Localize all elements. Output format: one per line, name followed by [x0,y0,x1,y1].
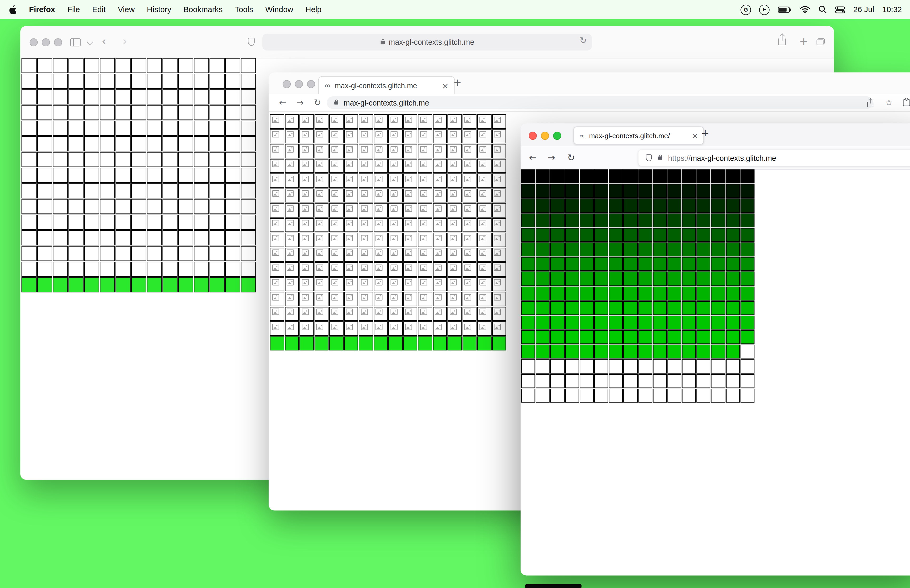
firefox-tab[interactable]: ∞ max-gl-contexts.glitch.me/ × [574,126,704,144]
menu-item-bookmarks[interactable]: Bookmarks [184,5,223,14]
menubar-clock[interactable]: 10:32 [883,5,902,14]
reload-button[interactable]: ↻ [312,94,323,111]
chevron-down-icon[interactable] [87,39,93,45]
grid-cell [53,183,68,198]
grid-cell [726,374,740,388]
menubar-date[interactable]: 26 Jul [853,5,874,14]
grid-cell [53,58,68,73]
close-window-button[interactable] [29,38,38,46]
url-host: max-gl-contexts.glitch.me [691,153,776,162]
grid-cell [711,330,725,344]
grid-cell [100,105,115,120]
grid-cell [37,230,52,245]
close-window-button[interactable] [529,132,537,140]
battery-icon[interactable] [778,6,792,13]
share-icon[interactable] [866,96,874,109]
chrome-tab[interactable]: ∞ max-gl-contexts.glitch.me × [318,76,455,95]
menu-item-help[interactable]: Help [305,5,322,14]
zoom-window-button[interactable] [553,132,561,140]
grid-cell [22,58,37,73]
close-tab-icon[interactable]: × [692,132,698,139]
grid-cell [448,218,462,232]
new-tab-button[interactable]: + [799,36,808,47]
minimize-window-button[interactable] [295,80,303,88]
grid-cell [697,213,710,227]
minimize-window-button[interactable] [42,38,50,46]
grid-cell [682,184,696,198]
menubar-items: FileEditViewHistoryBookmarksToolsWindowH… [68,5,322,14]
menu-item-tools[interactable]: Tools [235,5,253,14]
minimize-window-button[interactable] [541,132,549,140]
wifi-icon[interactable] [800,6,810,13]
apple-menu-icon[interactable] [8,5,17,15]
new-tab-button[interactable]: + [701,128,710,138]
grid-cell [284,277,299,291]
forward-button[interactable]: → [545,146,558,169]
grid-cell [359,188,373,202]
privacy-shield-icon[interactable] [248,38,255,46]
forward-button[interactable]: → [294,94,306,111]
share-icon[interactable] [778,38,786,45]
new-tab-button[interactable]: + [453,78,461,87]
menu-item-window[interactable]: Window [265,5,293,14]
bookmark-star-icon[interactable]: ☆ [885,96,893,109]
broken-image-icon [302,264,308,271]
spotlight-search-icon[interactable] [818,5,827,14]
back-button[interactable]: ← [526,146,539,169]
grid-cell [314,277,329,291]
back-button[interactable]: ← [277,94,288,111]
close-window-button[interactable] [283,80,291,88]
grid-cell [580,330,593,344]
control-center-icon[interactable] [835,6,845,13]
zoom-window-button[interactable] [307,80,315,88]
grid-cell [667,359,681,373]
zoom-window-button[interactable] [54,38,62,46]
grid-cell [448,307,462,321]
forward-button[interactable]: › [123,35,128,47]
tracking-protection-shield-icon[interactable] [646,154,652,161]
grid-cell [270,277,284,291]
grid-cell [116,278,131,292]
grid-cell [314,188,329,202]
grid-cell [536,359,550,373]
grid-cell [194,262,209,277]
reload-button[interactable]: ↻ [565,146,577,169]
grid-cell [194,105,209,120]
broken-image-icon [390,309,397,315]
grid-cell [653,199,667,213]
tab-overview-icon[interactable] [816,38,825,45]
extensions-icon[interactable] [902,96,910,109]
grid-cell [131,121,146,136]
close-tab-icon[interactable]: × [442,82,449,90]
url-bar[interactable]: https://max-gl-contexts.glitch.me [638,150,910,166]
broken-image-icon [361,235,368,241]
grid-cell [116,215,131,230]
menubar-app-name[interactable]: Firefox [29,5,55,14]
grid-cell [162,278,178,292]
broken-image-icon [390,264,397,271]
g-logo-icon[interactable]: G [741,5,751,15]
menu-item-view[interactable]: View [118,5,135,14]
sidebar-toggle-icon[interactable] [70,38,81,46]
grid-cell [241,278,256,292]
grid-cell [492,292,506,306]
menu-item-history[interactable]: History [147,5,171,14]
broken-image-icon [302,190,308,197]
grid-cell [84,58,99,73]
grid-cell [241,215,256,230]
grid-cell [68,136,84,151]
broken-image-icon [390,279,397,285]
play-status-icon[interactable]: ▶ [759,5,769,15]
menu-item-file[interactable]: File [68,5,80,14]
back-button[interactable]: ‹ [102,35,107,47]
menu-item-edit[interactable]: Edit [92,5,105,14]
grid-cell [84,121,99,136]
grid-cell [433,262,447,276]
address-bar[interactable]: max-gl-contexts.glitch.me ↻ [262,34,592,50]
grid-cell [550,316,564,330]
omnibox[interactable]: max-gl-contexts.glitch.me [327,96,873,109]
grid-cell [609,345,623,359]
broken-image-icon [449,146,456,152]
grid-cell [711,199,725,213]
reload-icon[interactable]: ↻ [580,37,587,45]
